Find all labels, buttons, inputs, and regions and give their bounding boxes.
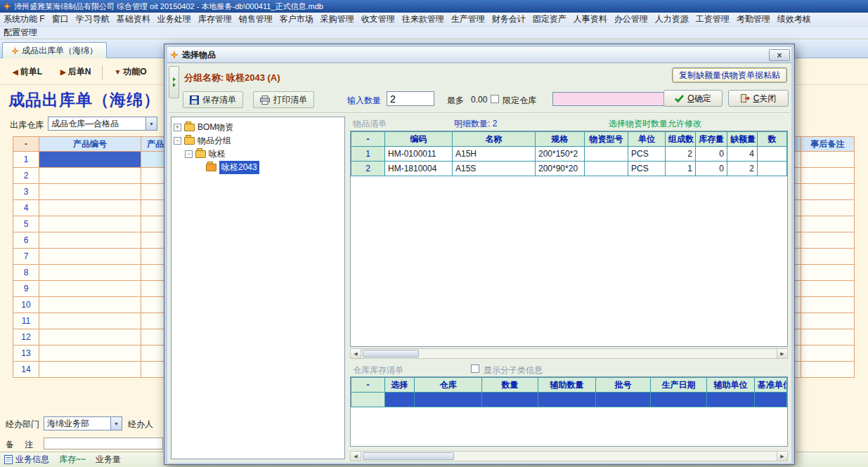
tree-node-item-groups[interactable]: - 物品分组 [174,134,342,147]
grid-cell[interactable] [801,281,855,297]
collapse-icon[interactable]: - [185,150,193,158]
close-button[interactable]: C关闭 [728,90,789,107]
items-horizontal-scrollbar[interactable]: ◀ ▶ [350,348,788,359]
scroll-right-icon[interactable]: ▶ [777,452,787,461]
menu-item-purchase[interactable]: 采购管理 [317,13,358,26]
row-number-cell[interactable]: 2 [351,162,385,176]
stock-cell[interactable]: 0 [696,162,727,176]
menu-item-sales[interactable]: 销售管理 [235,13,276,26]
scroll-thumb[interactable] [363,350,419,357]
grid-cell[interactable] [801,362,855,378]
row-number-cell[interactable]: 13 [13,346,39,362]
stock-cell[interactable] [707,393,755,407]
stock-cell[interactable] [538,393,596,407]
stock-cell[interactable]: 0 [696,147,727,162]
clipped-cell[interactable] [758,147,787,162]
stock-cell[interactable] [651,393,707,407]
row-number-cell[interactable] [351,393,385,407]
grid-cell[interactable] [801,329,855,346]
menu-item-finance[interactable]: 财务会计 [488,13,529,26]
warehouse-select[interactable]: 成品仓库—合格品 ▼ [48,117,157,131]
code-cell[interactable]: HM-0100011 [385,147,453,162]
remark-input[interactable] [44,438,163,449]
menu-item-window[interactable]: 窗口 [48,13,72,26]
status-tab-inventory[interactable]: 库存~~ [59,454,86,466]
name-cell[interactable]: A15S [453,162,536,176]
grid-cell[interactable] [801,232,855,249]
limit-warehouse-select[interactable]: ▼ [552,92,678,106]
grid-cell[interactable] [801,346,855,362]
grid-cell[interactable] [801,313,855,329]
row-number-cell[interactable]: 10 [13,297,39,313]
limit-warehouse-checkbox[interactable] [491,95,499,103]
name-cell[interactable]: A15H [453,147,536,162]
window-titlebar[interactable]: 漳州盛雅莱海绵制品有限公司 综合管理 oit 20150402 - 本地服务-d… [0,0,868,13]
grid-cell[interactable] [801,216,855,232]
clipped-cell[interactable] [758,162,787,176]
shortage-cell[interactable]: 2 [727,162,758,176]
unit-cell[interactable]: PCS [628,162,666,176]
grid-cell[interactable] [39,184,141,200]
grid-cell[interactable] [39,265,141,281]
scroll-track[interactable] [361,452,777,461]
row-number-cell[interactable]: 4 [13,200,39,216]
copy-shortage-button[interactable]: 复制缺额量供物资单据粘贴 [672,67,787,83]
menu-item-personnel[interactable]: 人事资料 [570,13,611,26]
scroll-left-icon[interactable]: ◀ [351,452,361,461]
function-menu-button[interactable]: ▼ 功能O [107,63,153,81]
grid-cell[interactable] [39,346,141,362]
stock-cell[interactable] [385,393,415,407]
tree-node-yongcheng[interactable]: - 咏柽 [174,147,342,161]
tree-node-bom[interactable]: + BOM物资 [174,121,342,134]
chevron-down-icon[interactable]: ▼ [110,417,122,430]
code-cell[interactable]: HM-1810004 [385,162,453,176]
grid-cell[interactable] [39,281,141,297]
grid-cell[interactable] [39,329,141,346]
show-subclass-checkbox[interactable] [471,364,479,373]
row-number-cell[interactable]: 1 [13,152,39,168]
menu-item-income[interactable]: 收支管理 [358,13,399,26]
spec-cell[interactable]: 200*150*2 [536,147,585,162]
stock-cell[interactable] [596,393,651,407]
menu-item-attendance[interactable]: 考勤管理 [733,13,774,26]
menu-item-office[interactable]: 办公管理 [611,13,652,26]
grid-cell[interactable] [39,200,141,216]
doc-tab-outbound[interactable]: 成品出库单（海绵） [2,42,107,58]
menu-item-learning[interactable]: 学习导航 [72,13,113,26]
unit-cell[interactable]: PCS [628,147,666,162]
row-number-cell[interactable]: 12 [13,329,39,346]
grid-cell[interactable] [39,313,141,329]
menu-item-business[interactable]: 业务处理 [154,13,195,26]
scroll-thumb[interactable] [363,452,454,460]
row-number-cell[interactable]: 14 [13,362,39,378]
grid-cell[interactable] [39,297,141,313]
dialog-titlebar[interactable]: 选择物品 × [167,47,791,63]
menu-item-production[interactable]: 生产管理 [448,13,488,26]
row-number-cell[interactable]: 3 [13,184,39,200]
grid-cell[interactable] [801,249,855,265]
menu-item-hr[interactable]: 人力资源 [652,13,692,26]
model-cell[interactable] [585,147,628,162]
row-number-cell[interactable]: 1 [351,147,385,162]
row-number-cell[interactable]: 6 [13,232,39,249]
chevron-down-icon[interactable]: ▼ [145,117,157,130]
print-list-button[interactable]: 打印清单 [253,91,314,108]
close-icon[interactable]: × [769,49,790,61]
toolbar-grip-button[interactable] [169,66,179,98]
save-list-button[interactable]: 保存清单 [183,91,243,108]
scroll-track[interactable] [361,349,777,358]
menu-item-config[interactable]: 配置管理 [0,27,41,39]
grid-cell[interactable] [801,168,855,184]
menu-item-inventory[interactable]: 库存管理 [195,13,235,26]
grid-cell[interactable] [39,168,141,184]
grid-cell[interactable] [39,232,141,249]
menu-item-fixed-assets[interactable]: 固定资产 [529,13,570,26]
stock-horizontal-scrollbar[interactable]: ◀ ▶ [350,451,788,461]
prev-record-button[interactable]: ◀ 前单L [6,63,49,81]
grid-cell[interactable] [801,200,855,216]
status-tab-volume[interactable]: 业务量 [96,454,121,466]
scroll-left-icon[interactable]: ◀ [351,349,361,358]
selected-cell[interactable] [39,152,141,168]
menu-item-salary[interactable]: 工资管理 [692,13,733,26]
row-number-cell[interactable]: 11 [13,313,39,329]
